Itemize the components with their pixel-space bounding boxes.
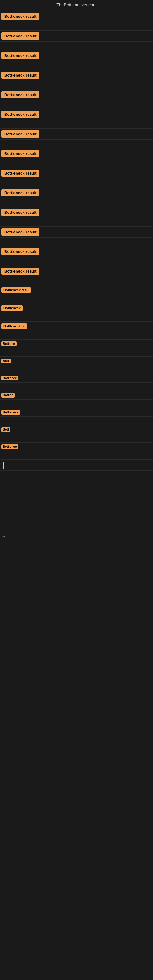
gap-row-27: [0, 277, 153, 285]
empty-section-2: [0, 508, 153, 532]
bottleneck-badge-0[interactable]: Bottleneck result: [1, 13, 40, 20]
gap-row-23: [0, 238, 153, 246]
bottleneck-badge-44[interactable]: Bott: [1, 427, 10, 432]
bottleneck-row-44: Bott: [0, 425, 153, 434]
bottleneck-row-10: Bottleneck result: [0, 109, 153, 120]
bottleneck-badge-14[interactable]: Bottleneck result: [1, 150, 40, 157]
bottleneck-badge-40[interactable]: Bottlen: [1, 393, 15, 398]
gap-row-7: [0, 81, 153, 89]
bottleneck-row-36: Bottl: [0, 357, 153, 365]
bottleneck-row-2: Bottleneck result: [0, 30, 153, 41]
gap-row-3: [0, 41, 153, 50]
bottleneck-row-14: Bottleneck result: [0, 148, 153, 159]
bottleneck-row-30: Bottleneck: [0, 304, 153, 313]
bottleneck-row-12: Bottleneck result: [0, 129, 153, 140]
bottleneck-badge-26[interactable]: Bottleneck result: [1, 268, 40, 275]
gap-row-21: [0, 218, 153, 227]
bottleneck-badge-42[interactable]: Bottleneck: [1, 410, 20, 415]
bottleneck-badge-28[interactable]: Bottleneck resu: [1, 287, 31, 293]
bottleneck-row-20: Bottleneck result: [0, 207, 153, 218]
gap-row-19: [0, 199, 153, 207]
empty-section-5: [0, 646, 153, 708]
bottleneck-row-18: Bottleneck result: [0, 188, 153, 199]
bottleneck-row-40: Bottlen: [0, 391, 153, 400]
gap-row-45: [0, 434, 153, 442]
bottleneck-row-22: Bottleneck result: [0, 227, 153, 238]
bottleneck-badge-24[interactable]: Bottleneck result: [1, 248, 40, 255]
gap-row-39: [0, 382, 153, 391]
gap-row-5: [0, 61, 153, 70]
gap-row-15: [0, 159, 153, 168]
empty-section-4: [0, 600, 153, 646]
bottleneck-row-46: Bottlenec: [0, 442, 153, 451]
bottleneck-row-16: Bottleneck result: [0, 168, 153, 179]
bottleneck-row-42: Bottleneck: [0, 408, 153, 417]
bottleneck-row-26: Bottleneck result: [0, 266, 153, 277]
bottleneck-badge-20[interactable]: Bottleneck result: [1, 209, 40, 216]
gap-row-11: [0, 120, 153, 129]
bottleneck-row-24: Bottleneck result: [0, 246, 153, 257]
bottleneck-row-34: Bottlene: [0, 340, 153, 348]
gap-row-25: [0, 257, 153, 266]
gap-row-35: [0, 348, 153, 357]
site-header: TheBottlenecker.com: [0, 0, 153, 11]
gap-row-37: [0, 365, 153, 374]
empty-section-3: [0, 539, 153, 600]
bottleneck-row-38: Bottlenec: [0, 374, 153, 382]
bottleneck-badge-12[interactable]: Bottleneck result: [1, 130, 40, 137]
bottleneck-badge-32[interactable]: Bottleneck re: [1, 323, 27, 329]
bottleneck-badge-46[interactable]: Bottlenec: [1, 444, 18, 449]
gap-row-43: [0, 417, 153, 425]
bottleneck-badge-6[interactable]: Bottleneck result: [1, 72, 40, 79]
bottleneck-badge-18[interactable]: Bottleneck result: [1, 189, 40, 196]
ellipsis-row: ...: [0, 532, 153, 539]
results-list: Bottleneck resultBottleneck resultBottle…: [0, 11, 153, 460]
bottleneck-row-28: Bottleneck resu: [0, 285, 153, 295]
gap-row-13: [0, 140, 153, 148]
empty-section-6: [0, 708, 153, 753]
bottleneck-badge-8[interactable]: Bottleneck result: [1, 91, 40, 98]
bottleneck-badge-34[interactable]: Bottlene: [1, 342, 16, 346]
empty-section-1: [0, 471, 153, 508]
bottleneck-badge-36[interactable]: Bottl: [1, 359, 11, 363]
gap-row-1: [0, 22, 153, 30]
bottleneck-row-0: Bottleneck result: [0, 11, 153, 22]
gap-row-41: [0, 400, 153, 408]
gap-row-9: [0, 100, 153, 109]
gap-row-33: [0, 331, 153, 340]
bottleneck-row-6: Bottleneck result: [0, 70, 153, 81]
bottleneck-badge-10[interactable]: Bottleneck result: [1, 111, 40, 118]
bottleneck-row-4: Bottleneck result: [0, 50, 153, 61]
bottleneck-row-8: Bottleneck result: [0, 89, 153, 100]
gap-row-29: [0, 295, 153, 304]
bottleneck-badge-38[interactable]: Bottlenec: [1, 376, 18, 380]
bottleneck-row-32: Bottleneck re: [0, 321, 153, 331]
empty-section-7: [0, 753, 153, 815]
bottleneck-badge-16[interactable]: Bottleneck result: [1, 170, 40, 177]
gap-row-17: [0, 179, 153, 188]
cursor-line: [0, 460, 153, 471]
bottleneck-badge-4[interactable]: Bottleneck result: [1, 52, 40, 59]
site-title: TheBottlenecker.com: [56, 2, 97, 7]
gap-row-47: [0, 451, 153, 460]
bottleneck-badge-30[interactable]: Bottleneck: [1, 305, 22, 311]
bottleneck-badge-2[interactable]: Bottleneck result: [1, 32, 40, 40]
bottleneck-badge-22[interactable]: Bottleneck result: [1, 229, 40, 235]
gap-row-31: [0, 313, 153, 321]
